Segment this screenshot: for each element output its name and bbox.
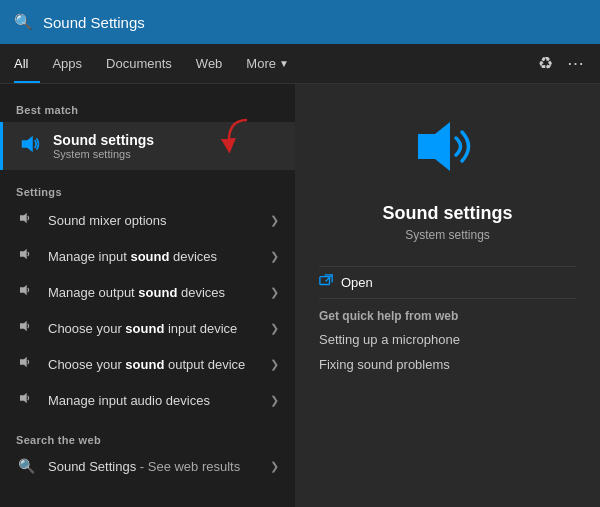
best-match-wrapper: Sound settings System settings [0,122,295,170]
chevron-right-icon: ❯ [270,322,279,335]
list-item[interactable]: Choose your sound output device ❯ [0,346,295,382]
main-content: Best match [0,84,600,507]
open-label: Open [341,275,373,290]
right-panel-title: Sound settings [383,203,513,224]
sound-output-icon [16,282,36,302]
search-web-label: Search the web [0,428,295,450]
tab-documents[interactable]: Documents [94,44,184,83]
list-item-label: Choose your sound output device [48,357,258,372]
right-panel-actions: Open Get quick help from web Setting up … [319,266,576,377]
sound-icon [19,133,41,160]
chevron-right-icon: ❯ [270,214,279,227]
svg-marker-6 [20,357,27,368]
search-input[interactable] [43,14,586,31]
more-options-icon[interactable]: ⋯ [567,53,586,74]
open-action[interactable]: Open [319,266,576,299]
best-match-label: Best match [0,98,295,120]
chevron-down-icon: ▼ [279,58,289,69]
list-item-label: Manage input sound devices [48,249,258,264]
best-match-text: Sound settings System settings [53,132,154,160]
sound-input-icon [16,246,36,266]
settings-label: Settings [0,180,295,202]
list-item[interactable]: Sound mixer options ❯ [0,202,295,238]
svg-marker-5 [20,321,27,332]
tab-web[interactable]: Web [184,44,235,83]
web-search-icon: 🔍 [16,458,36,474]
chevron-right-icon: ❯ [270,250,279,263]
list-item-label: Choose your sound input device [48,321,258,336]
share-icon[interactable]: ♻ [538,53,553,74]
chevron-right-icon: ❯ [270,394,279,407]
tab-more[interactable]: More ▼ [234,44,301,83]
list-item[interactable]: Manage input audio devices ❯ [0,382,295,418]
best-match-item[interactable]: Sound settings System settings [0,122,295,170]
toolbar-right: ♻ ⋯ [538,53,586,74]
best-match-subtitle: System settings [53,148,154,160]
list-item-label: Manage input audio devices [48,393,258,408]
help-link-microphone[interactable]: Setting up a microphone [319,327,576,352]
svg-marker-8 [418,122,450,171]
settings-section: Settings Sound mixer options ❯ Manage in… [0,180,295,418]
search-web-item-label: Sound Settings - See web results [48,459,258,474]
tab-bar: All Apps Documents Web More ▼ ♻ ⋯ [0,44,600,84]
right-panel-subtitle: System settings [405,228,490,242]
right-panel-sound-icon [413,114,483,189]
list-item[interactable]: Manage input sound devices ❯ [0,238,295,274]
open-icon [319,274,333,291]
best-match-title: Sound settings [53,132,154,148]
list-item[interactable]: Manage output sound devices ❯ [0,274,295,310]
right-panel: Sound settings System settings Open Get … [295,84,600,507]
search-icon: 🔍 [14,13,33,31]
list-item-label: Manage output sound devices [48,285,258,300]
svg-marker-7 [20,393,27,404]
chevron-right-icon: ❯ [270,286,279,299]
svg-marker-1 [22,135,33,152]
svg-marker-2 [20,213,27,224]
quick-help-label: Get quick help from web [319,299,576,327]
search-bar: 🔍 [0,0,600,44]
list-item[interactable]: Choose your sound input device ❯ [0,310,295,346]
svg-marker-3 [20,249,27,260]
chevron-right-icon: ❯ [270,358,279,371]
list-item-label: Sound mixer options [48,213,258,228]
svg-rect-9 [320,277,330,285]
search-web-section: Search the web 🔍 Sound Settings - See we… [0,428,295,482]
left-panel: Best match [0,84,295,507]
audio-manage-icon [16,390,36,410]
sound-output-choose-icon [16,354,36,374]
tab-all[interactable]: All [14,44,40,83]
tab-apps[interactable]: Apps [40,44,94,83]
svg-marker-4 [20,285,27,296]
search-web-item[interactable]: 🔍 Sound Settings - See web results ❯ [0,450,295,482]
sound-mixer-icon [16,210,36,230]
sound-input-choose-icon [16,318,36,338]
chevron-right-icon: ❯ [270,460,279,473]
help-link-sound-problems[interactable]: Fixing sound problems [319,352,576,377]
